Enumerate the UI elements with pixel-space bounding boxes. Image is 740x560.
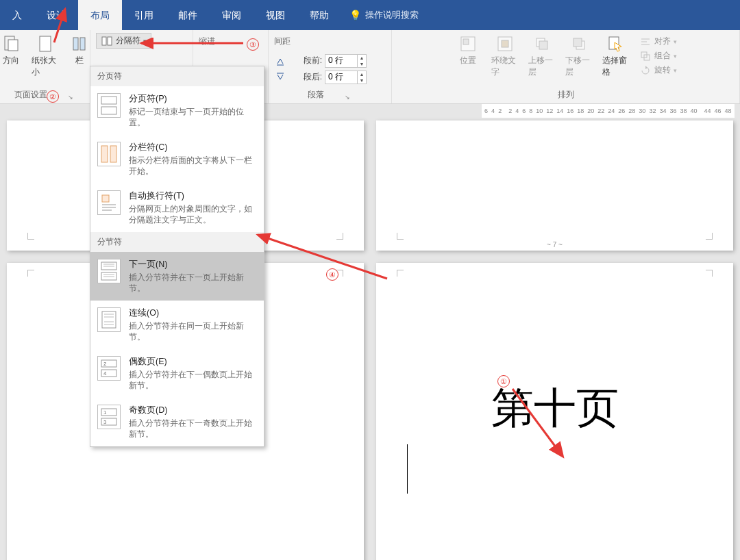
send-backward-label: 下移一层 (565, 55, 593, 78)
odd-page-title: 奇数页(D) (129, 405, 257, 416)
rotate-label: 旋转 (654, 64, 671, 76)
tab-mailings[interactable]: 邮件 (166, 0, 210, 30)
svg-rect-25 (101, 107, 116, 114)
send-backward-icon (569, 34, 589, 53)
column-break-title: 分栏符(C) (129, 142, 257, 153)
spinner-up-icon[interactable]: ▲ (358, 55, 366, 61)
rotate-button[interactable]: 旋转▾ (639, 64, 677, 76)
group-spacing: 间距 段前: ▲▼ 段后: ▲▼ (269, 30, 392, 103)
columns-icon (70, 34, 89, 53)
page-break-icon (97, 93, 121, 118)
rotate-icon (639, 65, 652, 76)
breaks-menu: 分页符 分页符(P) 标记一页结束与下一页开始的位置。 分栏符(C) 指示分栏符… (90, 66, 264, 447)
chevron-down-icon: ▾ (143, 38, 147, 44)
even-page-icon: 24 (97, 356, 121, 381)
selection-pane-button[interactable]: 选择窗格 (602, 34, 630, 78)
menu-item-text-wrap[interactable]: 自动换行符(T) 分隔网页上的对象周围的文字，如分隔题注文字与正文。 (90, 183, 264, 232)
odd-page-icon: 13 (97, 405, 121, 429)
tab-insert-tail[interactable]: 入 (0, 0, 34, 30)
svg-rect-10 (463, 39, 469, 44)
page-setup-group-label: 页面设置 (14, 88, 47, 102)
selection-pane-icon (606, 34, 626, 53)
menu-item-continuous[interactable]: 连续(O) 插入分节符并在同一页上开始新节。 (90, 301, 264, 349)
page-10-title: 第十页 (376, 379, 733, 437)
size-label: 纸张大小 (32, 55, 59, 78)
menu-item-odd-page[interactable]: 13 奇数页(D) 插入分节符并在下一奇数页上开始新节。 (90, 398, 264, 446)
page-setup-dialog-launcher[interactable]: ↘ (68, 94, 76, 102)
spinner-down-icon[interactable]: ▼ (358, 61, 366, 67)
even-page-title: 偶数页(E) (129, 356, 257, 368)
breaks-section-page: 分页符 (90, 66, 264, 86)
group-label: 组合 (654, 50, 671, 62)
tell-me-search[interactable]: 💡 操作说明搜索 (341, 0, 427, 30)
tab-design[interactable]: 设计 (34, 0, 78, 30)
send-backward-button[interactable]: 下移一层 (565, 34, 593, 78)
svg-rect-12 (502, 40, 508, 47)
ribbon-tabs: 入 设计 布局 引用 邮件 审阅 视图 帮助 💡 操作说明搜索 (0, 0, 740, 30)
next-page-desc: 插入分节符并在下一页上开始新节。 (129, 272, 257, 294)
spacing-after-label: 段后: (289, 71, 322, 83)
arrange-group-label: 排列 (558, 88, 574, 102)
spacing-before-input[interactable] (325, 55, 357, 67)
tell-me-label: 操作说明搜索 (365, 9, 419, 21)
group-objects-button[interactable]: 组合▾ (639, 50, 677, 62)
align-label: 对齐 (654, 36, 671, 47)
orientation-button[interactable]: 方向 (0, 34, 25, 66)
spacing-after-input[interactable] (325, 71, 357, 84)
svg-rect-3 (73, 38, 78, 50)
menu-item-next-page[interactable]: 下一页(N) 插入分节符并在下一页上开始新节。 (90, 252, 264, 301)
bring-forward-button[interactable]: 上移一层 (528, 34, 556, 78)
tab-references[interactable]: 引用 (122, 0, 166, 30)
columns-button[interactable]: 栏 (66, 34, 93, 66)
continuous-title: 连续(O) (129, 307, 257, 319)
svg-rect-26 (101, 146, 108, 162)
size-icon (36, 34, 55, 53)
position-label: 位置 (460, 55, 476, 66)
bring-forward-label: 上移一层 (528, 55, 556, 78)
spacing-before-spinner[interactable]: ▲▼ (325, 54, 367, 68)
svg-rect-24 (101, 97, 116, 104)
align-button[interactable]: 对齐▾ (639, 36, 677, 47)
wrap-text-button[interactable]: 环绕文字 (491, 34, 519, 78)
svg-rect-1 (8, 40, 18, 51)
ruler[interactable]: 6422468101214161820222426283032343638404… (482, 104, 735, 118)
wrap-text-label: 环绕文字 (491, 55, 519, 78)
text-wrap-icon (97, 190, 121, 215)
svg-text:4: 4 (103, 370, 107, 377)
spacing-after-spinner[interactable]: ▲▼ (325, 71, 367, 84)
spacing-before-label: 段前: (289, 55, 322, 66)
svg-text:3: 3 (103, 419, 107, 425)
paragraph-group-label: 段落 (308, 88, 324, 102)
column-break-desc: 指示分栏符后面的文字将从下一栏开始。 (129, 155, 257, 177)
page-10[interactable]: 第十页 ~ 10 ~ (376, 263, 733, 560)
svg-rect-16 (574, 38, 582, 47)
paragraph-dialog-launcher[interactable]: ↘ (345, 94, 353, 102)
group-page-setup: 方向 纸张大小 栏 页面设置 ↘ (0, 30, 90, 103)
even-page-desc: 插入分节符并在下一偶数页上开始新节。 (129, 370, 257, 391)
menu-item-column-break[interactable]: 分栏符(C) 指示分栏符后面的文字将从下一栏开始。 (90, 135, 264, 183)
tab-view[interactable]: 视图 (254, 0, 297, 30)
wrap-text-icon (495, 34, 515, 53)
page-break-title: 分页符(P) (129, 93, 257, 105)
spacing-label: 间距 (274, 33, 291, 47)
spinner-up-icon[interactable]: ▲ (358, 71, 366, 77)
menu-item-page-break[interactable]: 分页符(P) 标记一页结束与下一页开始的位置。 (90, 86, 264, 135)
page-7[interactable]: ~ 7 ~ (376, 120, 733, 251)
tab-layout[interactable]: 布局 (78, 0, 122, 30)
orientation-label: 方向 (3, 55, 19, 66)
lightbulb-icon: 💡 (349, 10, 361, 21)
columns-label: 栏 (75, 55, 84, 66)
tab-review[interactable]: 审阅 (210, 0, 254, 30)
text-wrap-desc: 分隔网页上的对象周围的文字，如分隔题注文字与正文。 (129, 204, 257, 225)
menu-item-even-page[interactable]: 24 偶数页(E) 插入分节符并在下一偶数页上开始新节。 (90, 349, 264, 398)
size-button[interactable]: 纸张大小 (32, 34, 59, 78)
breaks-dropdown[interactable]: 分隔符 ▾ (96, 33, 151, 49)
spinner-down-icon[interactable]: ▼ (358, 77, 366, 84)
svg-rect-2 (40, 36, 51, 51)
text-cursor (407, 444, 408, 494)
breaks-label: 分隔符 (116, 35, 140, 47)
page-break-desc: 标记一页结束与下一页开始的位置。 (129, 107, 257, 128)
tab-help[interactable]: 帮助 (297, 0, 341, 30)
breaks-section-section: 分节符 (90, 232, 264, 252)
position-button[interactable]: 位置 (454, 34, 482, 66)
